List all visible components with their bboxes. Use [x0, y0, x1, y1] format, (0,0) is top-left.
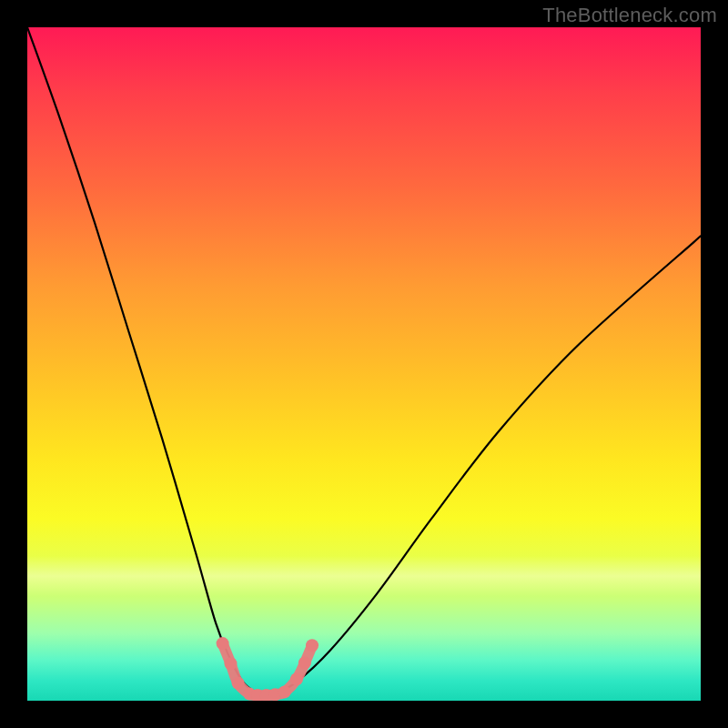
marker-dot: [298, 657, 311, 670]
plot-area: [27, 27, 701, 701]
marker-dot: [278, 685, 291, 698]
marker-dot: [232, 677, 245, 690]
bottleneck-curve: [27, 27, 701, 695]
marker-dots: [217, 637, 318, 701]
marker-dot: [290, 672, 303, 685]
marker-dot: [224, 657, 237, 670]
curve-layer: [27, 27, 701, 701]
chart-frame: TheBottleneck.com: [0, 0, 728, 728]
marker-dot: [217, 637, 229, 650]
marker-dot: [306, 639, 318, 652]
watermark-text: TheBottleneck.com: [542, 4, 717, 27]
